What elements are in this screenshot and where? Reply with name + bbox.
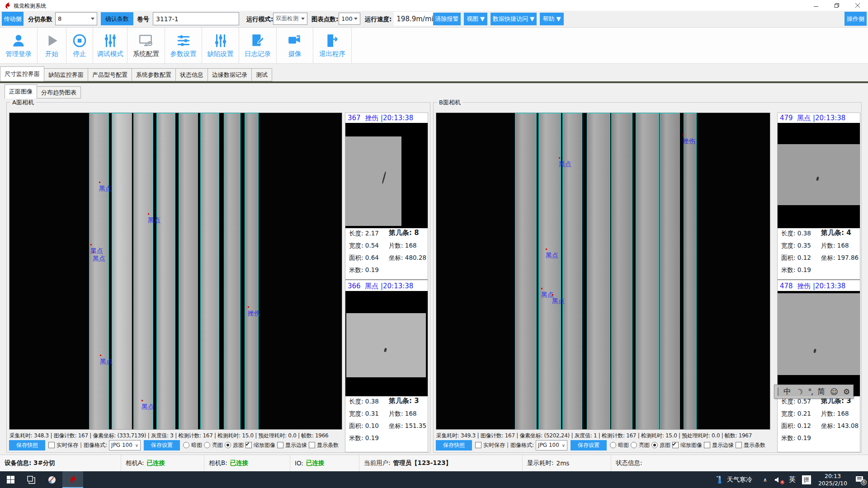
- ime-emoji-icon[interactable]: ☺: [830, 387, 838, 396]
- weather-text[interactable]: 天气寒冷: [727, 476, 752, 484]
- tab-1[interactable]: 缺陷监控界面: [44, 68, 88, 81]
- show-edges-checkbox[interactable]: [704, 442, 710, 448]
- notification-center-icon[interactable]: 6: [855, 476, 864, 484]
- ime-simplified[interactable]: 简: [817, 386, 825, 397]
- confirm-count-button[interactable]: 确认条数: [101, 12, 133, 25]
- state-info: 状态信息:: [611, 455, 868, 471]
- subtab-1[interactable]: 分布趋势图表: [37, 86, 81, 99]
- camera-image: 黑点黑点黑点黑点挫伤黑点黑点: [9, 113, 342, 430]
- toolbar-item-label: 调试模式: [97, 50, 123, 58]
- defect-card-header[interactable]: 366 黑点 |20:13:38: [348, 282, 413, 291]
- dark-image-radio[interactable]: [610, 442, 616, 448]
- realtime-save-checkbox[interactable]: [48, 442, 55, 448]
- taskbar-app-vision-system[interactable]: [62, 471, 83, 488]
- ime-settings-icon[interactable]: ⚙: [843, 387, 850, 396]
- view-menu-button[interactable]: 视图 ▼: [464, 13, 487, 25]
- image-format-dropdown[interactable]: JPG 100∨: [536, 440, 567, 450]
- toolbar-item-label: 开始: [45, 50, 58, 58]
- start-button[interactable]: [0, 471, 21, 488]
- maximize-button[interactable]: [826, 0, 847, 11]
- run-speed-label: 运行速度:: [365, 15, 392, 23]
- ime-halfwidth-moon-icon[interactable]: ☽: [794, 386, 804, 397]
- bright-image-radio[interactable]: [204, 442, 210, 448]
- drive-side-button[interactable]: 传动侧: [2, 12, 24, 26]
- show-count-label: 显示条数: [317, 441, 339, 449]
- minimize-button[interactable]: [806, 0, 826, 11]
- save-snapshot-button[interactable]: 保存快照: [9, 440, 45, 450]
- run-mode-dropdown[interactable]: 双面检测: [273, 13, 307, 25]
- exit-icon: [325, 33, 340, 48]
- zoom-image-label: 缩放图像: [680, 441, 702, 449]
- toolbar-item-camera[interactable]: 摄像: [277, 28, 313, 63]
- tab-0[interactable]: 尺寸监控界面: [0, 66, 44, 81]
- app-logo-icon: [4, 2, 11, 9]
- stat-3-left: 米数: 0.19: [349, 266, 379, 274]
- realtime-save-checkbox[interactable]: [475, 442, 481, 448]
- close-button[interactable]: [847, 0, 868, 11]
- task-view-button[interactable]: [21, 471, 42, 488]
- toolbar-item-vsliders2[interactable]: 缺陷设置: [202, 28, 239, 63]
- show-edges-checkbox[interactable]: [277, 442, 283, 448]
- roll-input[interactable]: 3117-1: [153, 12, 239, 25]
- language-indicator[interactable]: 英: [789, 475, 796, 484]
- stat-0-left: 长度: 0.57: [781, 398, 811, 406]
- snipping-tool-icon[interactable]: [42, 471, 62, 488]
- clock[interactable]: 20:132025/2/10: [818, 473, 847, 487]
- show-edges-label: 显示边缘: [285, 441, 307, 449]
- stat-0-left: 长度: 0.38: [349, 398, 379, 406]
- ime-indicator[interactable]: 拼: [802, 475, 811, 484]
- defect-card-header[interactable]: 479 黑点 |20:13:38: [780, 114, 845, 122]
- tab-2[interactable]: 产品型号配置: [88, 68, 132, 81]
- defect-card-header[interactable]: 478 挫伤 |20:13:38: [780, 282, 845, 291]
- tab-4[interactable]: 状态信息: [176, 68, 208, 81]
- slit-count-dropdown[interactable]: 8: [55, 12, 97, 25]
- toolbar-item-hsliders[interactable]: 参数设置: [165, 28, 202, 63]
- tray-expand-chevron[interactable]: ∧: [763, 477, 767, 483]
- toolbar-item-user[interactable]: 管理登录: [0, 28, 38, 63]
- toolbar-item-vsliders[interactable]: 调试模式: [93, 28, 127, 63]
- show-count-checkbox[interactable]: [736, 442, 742, 448]
- tab-5[interactable]: 边缘数据记录: [208, 68, 252, 81]
- image-format-dropdown[interactable]: JPG 100∨: [109, 440, 141, 450]
- tab-6[interactable]: 测试: [252, 68, 272, 81]
- show-count-checkbox[interactable]: [309, 442, 315, 448]
- tab-3[interactable]: 系统参数配置: [132, 68, 176, 81]
- clear-alarm-button[interactable]: 清除报警: [433, 13, 461, 25]
- show-edges-label: 显示边缘: [712, 441, 734, 449]
- ime-floating-bar[interactable]: 中 ☽ °, 简 ☺ ⚙: [774, 385, 854, 399]
- log-icon: [250, 33, 265, 48]
- bright-image-radio[interactable]: [631, 442, 637, 448]
- data-quick-access-button[interactable]: 数据快捷访问 ▼: [491, 13, 537, 25]
- stat-1-left: 宽度: 0.54: [349, 242, 379, 250]
- defect-thumbnail: [345, 123, 428, 228]
- help-menu-button[interactable]: 帮助 ▼: [540, 13, 564, 25]
- defect-card-list: 367 挫伤 |20:13:38长度: 2.17第几条: 8宽度: 0.54片数…: [345, 113, 428, 452]
- save-settings-button[interactable]: 保存设置: [144, 440, 180, 450]
- defect-label: 挫伤: [248, 310, 260, 318]
- defect-card-header[interactable]: 367 挫伤 |20:13:38: [348, 114, 413, 122]
- camera-a-status: 相机A:已连接: [121, 455, 204, 471]
- stat-1-left: 宽度: 0.31: [349, 410, 379, 418]
- save-settings-button[interactable]: 保存设置: [571, 440, 607, 450]
- toolbar-item-stop[interactable]: 停止: [66, 28, 93, 63]
- dark-image-radio[interactable]: [183, 442, 189, 448]
- stat-0-right: 第几条: 3: [389, 397, 419, 405]
- film-strip-5: [611, 113, 632, 430]
- ime-mode-chinese[interactable]: 中: [783, 386, 791, 397]
- chart-points-dropdown[interactable]: 100: [339, 13, 360, 25]
- ime-drag-handle[interactable]: [778, 388, 778, 396]
- subtab-0[interactable]: 正面图像: [5, 84, 37, 99]
- operate-side-button[interactable]: 操作侧: [844, 12, 867, 26]
- toolbar-item-play[interactable]: 开始: [38, 28, 66, 63]
- toolbar-item-monitor[interactable]: 系统配置: [127, 28, 165, 63]
- acquisition-status-line: 采集耗时: 348.3 | 图像计数: 167 | 像素坐标: (333,713…: [9, 432, 340, 440]
- original-image-radio[interactable]: [651, 442, 658, 448]
- toolbar-item-log[interactable]: 日志记录: [239, 28, 277, 63]
- show-count-label: 显示条数: [744, 441, 765, 449]
- ime-punctuation[interactable]: °,: [808, 387, 812, 396]
- toolbar-item-exit[interactable]: 退出程序: [313, 28, 352, 63]
- volume-muted-icon[interactable]: ×: [774, 476, 783, 483]
- original-image-radio[interactable]: [225, 442, 231, 448]
- save-snapshot-button[interactable]: 保存快照: [436, 440, 472, 450]
- acquisition-status-line: 采集耗时: 349.3 | 图像计数: 167 | 像素坐标: (5202,24…: [436, 432, 768, 440]
